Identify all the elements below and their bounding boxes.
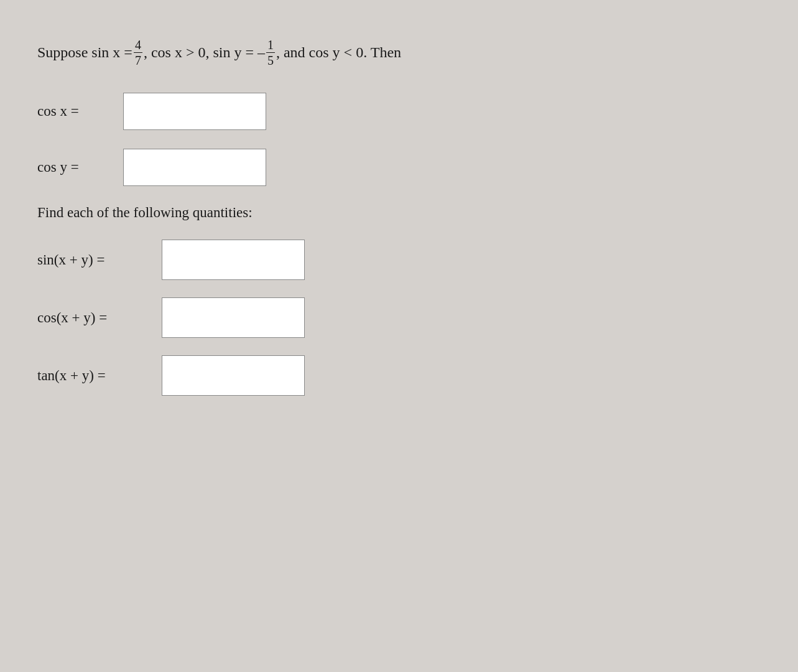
sin-x-denominator: 7 [134,53,142,68]
cos-xy-label: cos(x + y) = [37,310,162,326]
find-section-title: Find each of the following quantities: [37,205,761,221]
sin-y-fraction: 1 5 [266,37,275,68]
tan-xy-label: tan(x + y) = [37,368,162,384]
sin-xy-label: sin(x + y) = [37,252,162,268]
cos-xy-row: cos(x + y) = [37,297,761,338]
sin-xy-row: sin(x + y) = [37,240,761,280]
cos-x-label: cos x = [37,103,118,119]
cos-y-input[interactable] [123,149,266,186]
statement-prefix: Suppose sin x = [37,40,132,64]
cos-x-row: cos x = [37,93,761,130]
page: Suppose sin x = 4 7 , cos x > 0, sin y =… [0,0,798,672]
sin-x-fraction: 4 7 [134,37,142,68]
cos-y-condition: , and cos y < 0. Then [276,40,401,64]
sin-x-numerator: 4 [134,37,142,53]
tan-xy-row: tan(x + y) = [37,355,761,396]
tan-xy-input[interactable] [162,355,305,396]
cos-y-row: cos y = [37,149,761,186]
problem-statement: Suppose sin x = 4 7 , cos x > 0, sin y =… [37,37,761,68]
sin-y-denominator: 5 [266,53,275,68]
sin-xy-input[interactable] [162,240,305,280]
cos-x-input[interactable] [123,93,266,130]
sin-y-numerator: 1 [266,37,275,53]
cos-y-label: cos y = [37,159,118,175]
cos-x-condition: , cos x > 0, sin y = – [144,40,265,64]
quantities-section: sin(x + y) = cos(x + y) = tan(x + y) = [37,240,761,396]
cos-xy-input[interactable] [162,297,305,338]
